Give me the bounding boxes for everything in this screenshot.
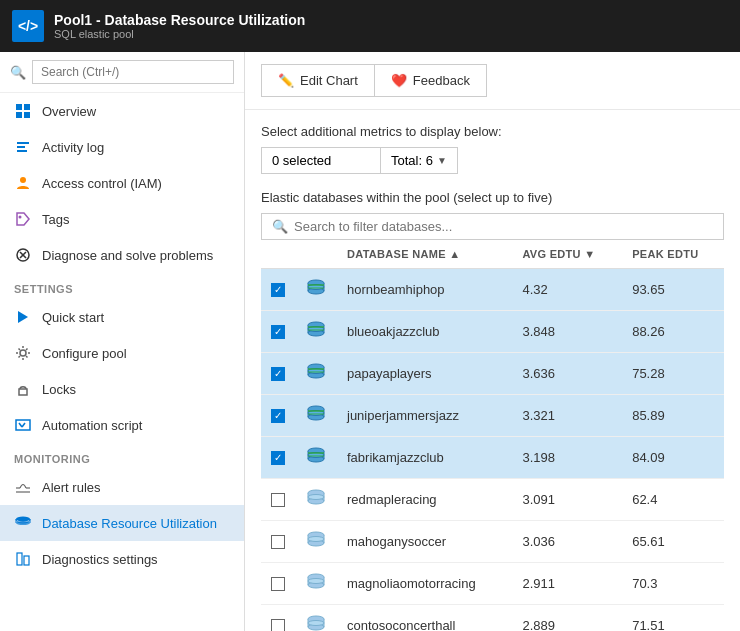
row-checkbox[interactable] (271, 577, 285, 591)
activity-log-icon (14, 138, 32, 156)
sidebar-item-label: Tags (42, 212, 69, 227)
sidebar-item-overview[interactable]: Overview (0, 93, 244, 129)
svg-rect-67 (308, 455, 324, 457)
sidebar-item-access-control[interactable]: Access control (IAM) (0, 165, 244, 201)
metrics-label: Select additional metrics to display bel… (261, 124, 724, 139)
row-checkbox[interactable] (271, 493, 285, 507)
svg-rect-42 (308, 326, 324, 328)
monitoring-section-header: MONITORING (0, 443, 244, 469)
svg-rect-59 (308, 413, 324, 415)
avg-edtu-cell: 3.036 (512, 521, 622, 563)
db-name-cell: redmapleracing (337, 479, 512, 521)
sidebar-item-label: Quick start (42, 310, 104, 325)
db-icon-cell (295, 521, 337, 563)
search-input[interactable] (32, 60, 234, 84)
svg-rect-3 (24, 112, 30, 118)
db-name-col-header[interactable]: DATABASE NAME ▲ (337, 240, 512, 269)
quick-start-icon (14, 308, 32, 326)
content-area: ✏️ Edit Chart ❤️ Feedback Select additio… (245, 52, 740, 631)
row-checkbox[interactable]: ✓ (271, 409, 285, 423)
sort-asc-icon: ▲ (449, 248, 460, 260)
sidebar-item-locks[interactable]: Locks (0, 371, 244, 407)
sidebar-item-db-resource-utilization[interactable]: Database Resource Utilization (0, 505, 244, 541)
sidebar-item-configure-pool[interactable]: Configure pool (0, 335, 244, 371)
row-checkbox[interactable]: ✓ (271, 451, 285, 465)
row-checkbox[interactable]: ✓ (271, 283, 285, 297)
avg-edtu-col-header[interactable]: AVG EDTU ▼ (512, 240, 622, 269)
db-search-input[interactable] (294, 219, 713, 234)
metrics-section: Select additional metrics to display bel… (245, 110, 740, 182)
sidebar-item-diagnose[interactable]: Diagnose and solve problems (0, 237, 244, 273)
db-icon (305, 529, 327, 551)
db-icon (305, 487, 327, 509)
sidebar-item-quick-start[interactable]: Quick start (0, 299, 244, 335)
table-row[interactable]: redmapleracing3.09162.4 (261, 479, 724, 521)
db-icon-cell (295, 311, 337, 353)
table-row[interactable]: mahoganysoccer3.03665.61 (261, 521, 724, 563)
edit-chart-label: Edit Chart (300, 73, 358, 88)
peak-edtu-col-header[interactable]: PEAK EDTU (622, 240, 724, 269)
svg-rect-2 (16, 112, 22, 118)
table-row[interactable]: ✓ juniperjammersjazz3.32185.89 (261, 395, 724, 437)
row-checkbox[interactable]: ✓ (271, 325, 285, 339)
alert-rules-icon (14, 478, 32, 496)
sidebar-item-alert-rules[interactable]: Alert rules (0, 469, 244, 505)
db-name-cell: hornbeamhiphop (337, 269, 512, 311)
sidebar-item-tags[interactable]: Tags (0, 201, 244, 237)
sidebar-item-label: Activity log (42, 140, 104, 155)
table-row[interactable]: ✓ hornbeamhiphop4.3293.65 (261, 269, 724, 311)
header-icon: </> (12, 10, 44, 42)
table-row[interactable]: ✓ blueoakjazzclub3.84888.26 (261, 311, 724, 353)
db-name-cell: juniperjammersjazz (337, 395, 512, 437)
db-icon (305, 277, 327, 299)
automation-icon (14, 416, 32, 434)
sidebar-item-diagnostics[interactable]: Diagnostics settings (0, 541, 244, 577)
svg-rect-50 (308, 368, 324, 370)
sidebar-item-label: Locks (42, 382, 76, 397)
svg-rect-58 (308, 410, 324, 412)
svg-point-7 (20, 177, 26, 183)
table-row[interactable]: ✓ fabrikamjazzclub3.19884.09 (261, 437, 724, 479)
table-row[interactable]: magnoliaomotorracing2.91170.3 (261, 563, 724, 605)
configure-pool-icon (14, 344, 32, 362)
sidebar-item-activity-log[interactable]: Activity log (0, 129, 244, 165)
edit-chart-button[interactable]: ✏️ Edit Chart (261, 64, 374, 97)
peak-edtu-cell: 62.4 (622, 479, 724, 521)
feedback-icon: ❤️ (391, 73, 407, 88)
svg-rect-5 (17, 146, 25, 148)
svg-rect-14 (19, 389, 27, 395)
sidebar-item-label: Alert rules (42, 480, 101, 495)
db-search-box[interactable]: 🔍 (261, 213, 724, 240)
row-checkbox[interactable] (271, 535, 285, 549)
row-checkbox[interactable] (271, 619, 285, 632)
db-icon-cell (295, 605, 337, 632)
sidebar-item-label: Automation script (42, 418, 142, 433)
sidebar-item-automation[interactable]: Automation script (0, 407, 244, 443)
page-title: Pool1 - Database Resource Utilization (54, 12, 305, 28)
table-row[interactable]: ✓ papayaplayers3.63675.28 (261, 353, 724, 395)
databases-section-label: Elastic databases within the pool (selec… (261, 190, 724, 205)
db-icon (305, 445, 327, 467)
locks-icon (14, 380, 32, 398)
metrics-dropdown[interactable]: 0 selected (261, 147, 381, 174)
db-name-cell: papayaplayers (337, 353, 512, 395)
overview-icon (14, 102, 32, 120)
svg-rect-66 (308, 452, 324, 454)
svg-marker-12 (18, 311, 28, 323)
metrics-total-dropdown[interactable]: Total: 6 ▼ (381, 147, 458, 174)
feedback-label: Feedback (413, 73, 470, 88)
avg-edtu-cell: 2.911 (512, 563, 622, 605)
db-name-cell: blueoakjazzclub (337, 311, 512, 353)
sort-desc-icon: ▼ (584, 248, 595, 260)
db-name-cell: mahoganysoccer (337, 521, 512, 563)
db-name-cell: magnoliaomotorracing (337, 563, 512, 605)
table-row[interactable]: contosoconcerthall2.88971.51 (261, 605, 724, 632)
row-checkbox[interactable]: ✓ (271, 367, 285, 381)
svg-line-17 (22, 423, 25, 427)
svg-point-8 (19, 216, 22, 219)
sidebar-item-label: Database Resource Utilization (42, 516, 217, 531)
db-icon (305, 361, 327, 383)
metrics-total-label: Total: 6 (391, 153, 433, 168)
db-icon (305, 403, 327, 425)
feedback-button[interactable]: ❤️ Feedback (374, 64, 487, 97)
